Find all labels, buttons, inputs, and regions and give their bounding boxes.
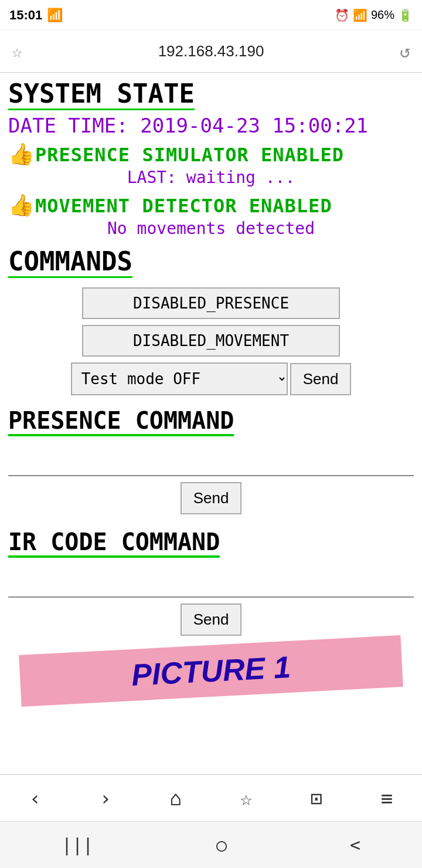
test-mode-send-button[interactable]: Send [290, 363, 352, 395]
battery-icon: 🔋 [398, 8, 413, 22]
disabled-presence-button[interactable]: DISABLED_PRESENCE [82, 287, 340, 319]
home-nav-button[interactable]: ⌂ [170, 786, 182, 810]
signal-icon: 📶 [353, 8, 367, 22]
back-sys-button[interactable]: < [350, 835, 360, 855]
commands-title: COMMANDS [8, 246, 132, 278]
wifi-icon: 📶 [47, 8, 63, 23]
forward-nav-button[interactable]: › [100, 786, 111, 810]
date-time-display: DATE TIME: 2019-04-23 15:00:21 [8, 114, 414, 137]
picture-banner: PICTURE 1 [19, 635, 403, 707]
presence-send-row: Send [8, 482, 414, 514]
presence-send-button[interactable]: Send [181, 482, 242, 514]
browser-nav-bar: ‹ › ⌂ ☆ ⊡ ≡ [0, 774, 422, 821]
ir-code-command-input[interactable] [8, 565, 414, 598]
url-display[interactable]: 192.168.43.190 [22, 42, 400, 60]
system-nav-bar: ||| ○ < [0, 821, 422, 868]
test-mode-select[interactable]: Test mode OFF Test mode ON [71, 362, 288, 395]
last-waiting-label: LAST: waiting ... [8, 168, 414, 187]
alarm-icon: ⏰ [335, 8, 349, 22]
thumb-up-icon-1: 👍 [8, 142, 35, 166]
movement-detector-status: 👍MOVEMENT DETECTOR ENABLED [8, 193, 414, 218]
ir-code-send-row: Send [8, 603, 414, 636]
home-sys-button[interactable]: ○ [216, 835, 227, 855]
reload-icon[interactable]: ↺ [400, 41, 410, 62]
bookmarks-nav-button[interactable]: ☆ [240, 786, 252, 810]
status-left: 15:01 📶 [9, 8, 63, 23]
presence-command-section: PRESENCE COMMAND Send [8, 402, 414, 514]
tabs-nav-button[interactable]: ⊡ [311, 786, 322, 810]
system-state-section: SYSTEM STATE DATE TIME: 2019-04-23 15:00… [8, 79, 414, 238]
system-state-title: SYSTEM STATE [8, 79, 195, 110]
thumb-up-icon-2: 👍 [8, 193, 35, 217]
back-nav-button[interactable]: ‹ [29, 786, 41, 810]
status-right: ⏰ 📶 96% 🔋 [335, 8, 413, 22]
commands-section: COMMANDS DISABLED_PRESENCE DISABLED_MOVE… [8, 246, 414, 395]
presence-command-title: PRESENCE COMMAND [8, 407, 234, 436]
commands-buttons: DISABLED_PRESENCE DISABLED_MOVEMENT Test… [8, 287, 414, 395]
disabled-movement-button[interactable]: DISABLED_MOVEMENT [82, 325, 340, 357]
recent-apps-button[interactable]: ||| [62, 835, 93, 855]
star-icon[interactable]: ☆ [12, 41, 22, 62]
picture-label: PICTURE 1 [131, 650, 291, 692]
presence-command-input[interactable] [8, 443, 414, 476]
main-content: SYSTEM STATE DATE TIME: 2019-04-23 15:00… [0, 73, 422, 814]
no-movements-label: No movements detected [8, 219, 414, 238]
test-mode-row: Test mode OFF Test mode ON Send [71, 362, 352, 395]
ir-code-command-section: IR CODE COMMAND Send [8, 524, 414, 636]
browser-bar: ☆ 192.168.43.190 ↺ [0, 30, 422, 73]
status-bar: 15:01 📶 ⏰ 📶 96% 🔋 [0, 0, 422, 30]
menu-nav-button[interactable]: ≡ [381, 786, 393, 810]
battery-text: 96% [371, 8, 394, 22]
presence-simulator-status: 👍PRESENCE SIMULATOR ENABLED [8, 142, 414, 167]
ir-code-command-title: IR CODE COMMAND [8, 528, 220, 558]
status-time: 15:01 [9, 8, 42, 23]
ir-code-send-button[interactable]: Send [181, 603, 242, 636]
